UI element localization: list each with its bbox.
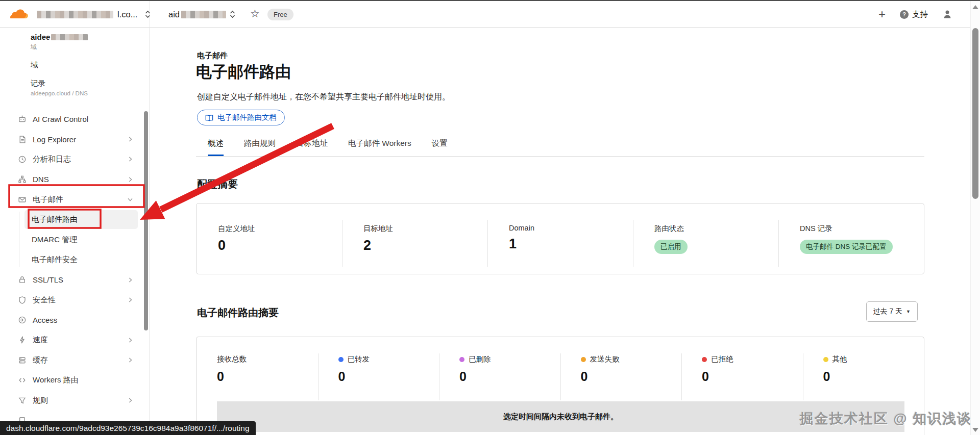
sidebar-item-rules[interactable]: 规则 xyxy=(0,390,149,410)
chevron-right-icon xyxy=(127,136,134,143)
summary-cell-domain: Domain 1 xyxy=(487,224,633,274)
tab-settings[interactable]: 设置 xyxy=(432,138,448,156)
sidebar-item-label: 缓存 xyxy=(33,355,48,365)
sidebar-item-dns[interactable]: DNS xyxy=(0,169,149,189)
updown-chevron-icon xyxy=(144,10,151,19)
tab-routing-rules[interactable]: 路由规则 xyxy=(244,138,276,156)
sidebar-item-label: 电子邮件路由 xyxy=(32,215,78,224)
sidebar-item-label: Log Explorer xyxy=(33,135,76,144)
sidebar-item-label: 速度 xyxy=(33,335,48,345)
sidebar-item-records[interactable]: 记录 aideepgo.cloud / DNS xyxy=(31,79,88,96)
sidebar-zone-header[interactable]: aidee 域 xyxy=(31,33,88,52)
sidebar-item-cache[interactable]: 缓存 xyxy=(0,350,149,370)
summary-cell-dns-records: DNS 记录 电子邮件 DNS 记录已配置 xyxy=(778,224,924,274)
sidebar-item-email-routing[interactable]: 电子邮件路由 xyxy=(24,210,138,229)
scroll-down-arrow[interactable] xyxy=(972,428,978,432)
chevron-right-icon xyxy=(127,276,134,284)
document-icon xyxy=(17,135,27,144)
stat-delivery-failed: 发送失败 0 xyxy=(560,354,682,384)
zone-selector[interactable]: aid xyxy=(168,1,236,28)
sidebar-item-label: Workers 路由 xyxy=(33,375,79,385)
stat-value: 0 xyxy=(338,369,439,384)
rejected-dot xyxy=(702,357,707,362)
sidebar-item-domain[interactable]: 域 xyxy=(31,60,38,70)
empty-state-message: 选定时间间隔内未收到电子邮件。 xyxy=(217,401,904,432)
redacted-zone-name xyxy=(51,34,88,40)
sidebar-item-ai-crawl-control[interactable]: AI Crawl Control xyxy=(0,109,149,129)
person-icon[interactable] xyxy=(942,9,952,19)
scrollbar-thumb[interactable] xyxy=(972,28,978,199)
dns-network-icon xyxy=(17,175,27,184)
stat-forwarded: 已转发 0 xyxy=(318,354,439,384)
stat-label: 接收总数 xyxy=(217,354,247,364)
cell-label: DNS 记录 xyxy=(800,224,924,234)
stat-label: 已删除 xyxy=(469,354,491,364)
status-bar-url: dash.cloudflare.com/9adcd93e265739c16c98… xyxy=(0,421,256,435)
window-top-edge xyxy=(0,0,980,1)
stat-label: 其他 xyxy=(832,354,847,364)
config-summary-card: 自定义地址 0 目标地址 2 Domain 1 路由状态 已启用 DNS 记录 … xyxy=(196,203,924,274)
zone-name-prefix: aidee xyxy=(31,33,50,41)
account-email-suffix: l.co... xyxy=(117,10,137,19)
sidebar-item-workers-routes[interactable]: Workers 路由 xyxy=(0,370,149,390)
email-routing-summary-heading: 电子邮件路由摘要 xyxy=(197,306,279,320)
tab-email-workers[interactable]: 电子邮件 Workers xyxy=(348,138,411,156)
dropped-dot xyxy=(459,357,464,362)
sidebar-item-label: 电子邮件 xyxy=(33,195,63,204)
shield-icon xyxy=(17,296,27,304)
sidebar-item-label: 安全性 xyxy=(33,295,56,305)
sidebar-scrollbar[interactable] xyxy=(144,111,148,330)
sidebar-item-label: Access xyxy=(33,316,57,324)
lightning-icon xyxy=(17,336,27,344)
cell-label: Domain xyxy=(509,224,633,232)
zone-subtitle: 域 xyxy=(31,43,88,52)
sidebar-item-label: 规则 xyxy=(33,396,48,405)
time-range-label: 过去 7 天 xyxy=(873,307,903,316)
sidebar-item-security[interactable]: 安全性 xyxy=(0,290,149,310)
sidebar-item-dmarc-management[interactable]: DMARC 管理 xyxy=(0,229,149,249)
chevron-right-icon xyxy=(127,337,134,344)
page-scrollbar[interactable] xyxy=(970,1,980,435)
sidebar-item-email-security[interactable]: 电子邮件安全 xyxy=(0,250,149,270)
add-site-button[interactable]: + xyxy=(878,8,886,20)
status-badge: 电子邮件 DNS 记录已配置 xyxy=(800,240,893,254)
robot-icon xyxy=(17,115,27,123)
support-label: 支持 xyxy=(912,9,928,20)
sidebar-item-label: 记录 xyxy=(31,79,45,87)
sidebar-item-ssl-tls[interactable]: SSL/TLS xyxy=(0,270,149,290)
tab-destination-addresses[interactable]: 目标地址 xyxy=(296,138,328,156)
account-selector[interactable]: l.co... xyxy=(37,10,151,19)
lock-icon xyxy=(17,275,27,284)
scroll-up-arrow[interactable] xyxy=(972,5,978,9)
sidebar-item-label: 域 xyxy=(31,61,38,69)
support-menu[interactable]: ? 支持 xyxy=(900,9,928,20)
sidebar-item-access[interactable]: Access xyxy=(0,310,149,330)
stat-value: 0 xyxy=(459,369,560,384)
zone-name-prefix: aid xyxy=(168,10,180,19)
stat-label: 已拒绝 xyxy=(711,354,733,364)
book-icon xyxy=(205,114,213,121)
stat-label: 已转发 xyxy=(348,354,370,364)
header-divider xyxy=(150,1,150,28)
sidebar-item-log-explorer[interactable]: Log Explorer xyxy=(0,129,149,149)
funnel-icon xyxy=(17,396,27,405)
tab-bar: 概述 路由规则 目标地址 电子邮件 Workers 设置 xyxy=(196,138,924,157)
email-routing-docs-button[interactable]: 电子邮件路由文档 xyxy=(197,110,285,125)
page-title: 电子邮件路由 xyxy=(196,61,291,83)
sidebar-item-speed[interactable]: 速度 xyxy=(0,330,149,350)
caret-down-icon: ▼ xyxy=(906,309,911,314)
sidebar-item-analytics-logs[interactable]: 分析和日志 xyxy=(0,149,149,169)
stat-dropped: 已删除 0 xyxy=(439,354,560,384)
cloudflare-logo[interactable] xyxy=(5,8,30,21)
time-range-dropdown[interactable]: 过去 7 天 ▼ xyxy=(866,301,918,322)
page-description: 创建自定义电子邮件地址，在您不希望共享主要电子邮件地址时使用。 xyxy=(197,92,450,103)
sidebar-item-label: 电子邮件安全 xyxy=(32,255,78,265)
sidebar-item-email[interactable]: 电子邮件 xyxy=(0,190,149,210)
status-badge: 已启用 xyxy=(654,240,688,254)
star-favorite-icon[interactable]: ☆ xyxy=(250,8,260,20)
chevron-right-icon xyxy=(127,397,134,404)
cell-label: 目标地址 xyxy=(363,224,487,234)
tab-overview[interactable]: 概述 xyxy=(208,138,224,156)
top-bar: l.co... aid ☆ Free + ? 支持 xyxy=(0,1,980,28)
stat-value: 0 xyxy=(823,369,924,384)
